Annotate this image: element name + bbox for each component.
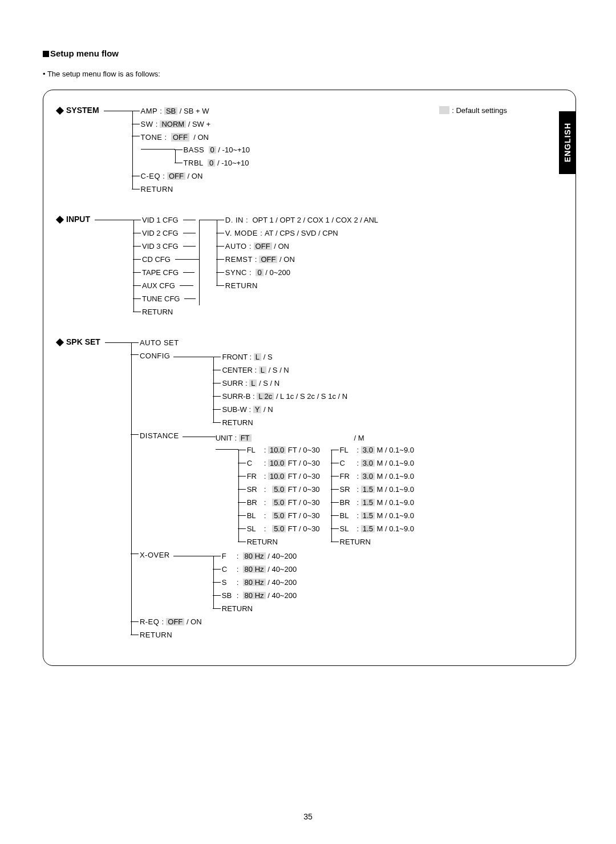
input-source: VID 1 CFG xyxy=(133,213,199,227)
spkset-block: SPK SET AUTO SET CONFIG FRONT : L / S xyxy=(57,338,562,641)
input-source: VID 2 CFG xyxy=(133,227,199,240)
distance-m: FL: 3.0 M / 0.1~9.0 C: 3.0 M / 0.1~9.0 F… xyxy=(331,443,414,548)
dist-row: SL: 1.5 M / 0.1~9.0 xyxy=(331,522,414,535)
xover-items: F: 80 Hz / 40~200 C: 80 Hz / 40~200 S: 8… xyxy=(213,550,297,615)
input-params: D. IN : OPT 1 / OPT 2 / COX 1 / COX 2 / … xyxy=(217,213,378,292)
bass-row: BASS 0 / -10~+10 xyxy=(175,143,250,156)
config-row: CONFIG FRONT : L / S CENTER : L / S / N … xyxy=(131,349,425,429)
ceq-row: C-EQ : OFF / ON xyxy=(132,169,250,183)
remst-row: REMST : OFF / ON xyxy=(217,253,378,266)
intro-text: • The setup menu flow is as follows: xyxy=(43,70,576,78)
config-items: FRONT : L / S CENTER : L / S / N SURR : … xyxy=(213,350,347,429)
section-heading: Setup menu flow xyxy=(43,49,576,58)
dist-row: SR: 5.0 FT / 0~30 xyxy=(238,483,320,496)
spk-return: RETURN xyxy=(131,628,425,641)
trbl-row: TRBL 0 / -10~+10 xyxy=(175,156,250,169)
input-source: TUNE CFG xyxy=(133,292,199,305)
input-return: RETURN xyxy=(133,305,199,318)
dist-row: FR: 3.0 M / 0.1~9.0 xyxy=(331,470,414,483)
surrb-row: SURR-B : L 2c / L 1c / S 2c / S 1c / N xyxy=(213,390,347,403)
dist-row: BR: 1.5 M / 0.1~9.0 xyxy=(331,496,414,509)
subw-row: SUB-W : Y / N xyxy=(213,403,347,416)
legend: : Default settings xyxy=(439,106,507,114)
dist-row: FR: 10.0 FT / 0~30 xyxy=(238,470,320,483)
diamond-icon xyxy=(56,338,64,346)
xover-return: RETURN xyxy=(213,602,297,615)
dist-row: BL: 1.5 M / 0.1~9.0 xyxy=(331,509,414,522)
surr-row: SURR : L / S / N xyxy=(213,377,347,390)
system-block: SYSTEM AMP : SB / SB + W SW : NORM / SW … xyxy=(57,106,562,196)
dist-row: FL: 10.0 FT / 0~30 xyxy=(238,443,320,457)
xover-sb: SB: 80 Hz / 40~200 xyxy=(213,589,297,602)
dist-row: C: 10.0 FT / 0~30 xyxy=(238,457,320,470)
center-row: CENTER : L / S / N xyxy=(213,364,347,377)
input-source: VID 3 CFG xyxy=(133,240,199,253)
default-swatch-icon xyxy=(439,106,449,114)
dist-row: SL: 5.0 FT / 0~30 xyxy=(238,522,320,535)
dist-row: SR: 1.5 M / 0.1~9.0 xyxy=(331,483,414,496)
dist-row: C: 3.0 M / 0.1~9.0 xyxy=(331,457,414,470)
tone-row: TONE : OFF / ON BASS 0 / -10~+10 xyxy=(132,131,250,169)
input-param-return: RETURN xyxy=(217,279,378,292)
sync-row: SYNC : 0 / 0~200 xyxy=(217,266,378,279)
sw-row: SW : NORM / SW + xyxy=(132,118,250,131)
square-bullet-icon xyxy=(43,51,49,57)
xover-row: X-OVER F: 80 Hz / 40~200 C: 80 Hz / 40~2… xyxy=(131,548,425,615)
din-row: D. IN : OPT 1 / OPT 2 / COX 1 / COX 2 / … xyxy=(217,213,378,227)
page-number: 35 xyxy=(0,812,616,821)
dist-return: RETURN xyxy=(331,535,414,548)
unit-row: UNIT : FT / M xyxy=(216,432,425,443)
system-items: AMP : SB / SB + W SW : NORM / SW + TONE … xyxy=(132,104,250,196)
connector xyxy=(199,220,200,305)
input-block: INPUT VID 1 CFG VID 2 CFG VID 3 CFG CD C… xyxy=(57,215,562,318)
default-value: SB xyxy=(164,107,177,115)
dist-return: RETURN xyxy=(238,535,320,548)
xover-f: F: 80 Hz / 40~200 xyxy=(213,550,297,563)
input-title: INPUT xyxy=(66,215,90,223)
system-return: RETURN xyxy=(132,183,250,196)
dist-row: FL: 3.0 M / 0.1~9.0 xyxy=(331,443,414,457)
distance-columns: FL: 10.0 FT / 0~30 C: 10.0 FT / 0~30 FR:… xyxy=(216,443,425,548)
diamond-icon xyxy=(56,216,64,224)
auto-row: AUTO : OFF / ON xyxy=(217,240,378,253)
config-return: RETURN xyxy=(213,416,347,429)
connector xyxy=(104,111,132,112)
input-source: CD CFG xyxy=(133,253,199,266)
spk-items: AUTO SET CONFIG FRONT : L / S CENTER : L… xyxy=(131,336,425,641)
input-sources: VID 1 CFG VID 2 CFG VID 3 CFG CD CFG TAP… xyxy=(133,213,199,318)
dist-row: BL: 5.0 FT / 0~30 xyxy=(238,509,320,522)
system-title: SYSTEM xyxy=(66,106,99,114)
diamond-icon xyxy=(56,107,64,115)
tone-sub: BASS 0 / -10~+10 TRBL 0 / -10~+10 xyxy=(175,143,250,169)
menu-flow-frame: : Default settings SYSTEM AMP : SB / SB … xyxy=(43,90,576,666)
input-source: TAPE CFG xyxy=(133,266,199,279)
input-source: AUX CFG xyxy=(133,279,199,292)
spk-title: SPK SET xyxy=(66,338,100,346)
vmode-row: V. MODE : AT / CPS / SVD / CPN xyxy=(217,227,378,240)
distance-ft: FL: 10.0 FT / 0~30 C: 10.0 FT / 0~30 FR:… xyxy=(238,443,320,548)
req-row: R-EQ : OFF / ON xyxy=(131,615,425,628)
dist-row: BR: 5.0 FT / 0~30 xyxy=(238,496,320,509)
distance-row: DISTANCE UNIT : FT / M xyxy=(131,429,425,548)
front-row: FRONT : L / S xyxy=(213,350,347,364)
manual-page: ENGLISH Setup menu flow • The setup menu… xyxy=(0,0,616,844)
autoset-row: AUTO SET xyxy=(131,336,425,349)
xover-s: S: 80 Hz / 40~200 xyxy=(213,576,297,589)
amp-row: AMP : SB / SB + W xyxy=(132,104,250,118)
xover-c: C: 80 Hz / 40~200 xyxy=(213,563,297,576)
